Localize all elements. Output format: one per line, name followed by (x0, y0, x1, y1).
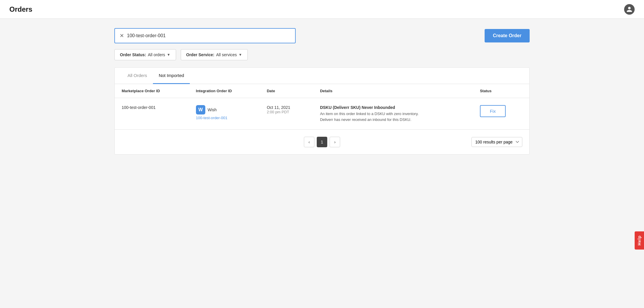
col-details: Details (313, 84, 473, 98)
results-per-page-select[interactable]: 100 results per page 50 results per page… (471, 137, 522, 147)
wish-icon: W (196, 105, 205, 114)
order-time: 2:00 pm PDT (267, 110, 306, 114)
page-1-button[interactable]: 1 (317, 137, 327, 147)
search-wrapper: ✕ (114, 28, 296, 43)
order-date: Oct 11, 2021 (267, 105, 306, 110)
tab-not-imported[interactable]: Not Imported (153, 68, 190, 84)
order-service-value: All services (216, 52, 237, 57)
tab-all-orders[interactable]: All Orders (122, 68, 153, 84)
integration-name: Wish (208, 107, 217, 112)
integration-order-link[interactable]: 100-test-order-001 (196, 116, 228, 120)
order-status-filter[interactable]: Order Status: All orders ▼ (114, 49, 176, 60)
user-avatar[interactable] (624, 4, 635, 15)
cell-marketplace-order-id: 100-test-order-001 (115, 98, 189, 130)
results-per-page-wrapper: 100 results per page 50 results per page… (471, 137, 522, 147)
filters-row: Order Status: All orders ▼ Order Service… (114, 49, 530, 60)
header: Orders (0, 0, 644, 19)
details-text: An item on this order linked to a DSKU w… (320, 111, 466, 122)
cell-integration-order-id: W Wish 100-test-order-001 (189, 98, 260, 130)
orders-card: All Orders Not Imported Marketplace Orde… (114, 67, 530, 155)
main-content: ✕ Create Order Order Status: All orders … (103, 19, 541, 164)
search-input[interactable] (127, 33, 290, 38)
next-page-button[interactable]: › (330, 137, 340, 147)
orders-table: Marketplace Order ID Integration Order I… (115, 84, 529, 130)
col-marketplace-order-id: Marketplace Order ID (115, 84, 189, 98)
col-date: Date (260, 84, 313, 98)
page-title: Orders (9, 5, 32, 13)
order-status-chevron-icon: ▼ (167, 53, 171, 57)
order-service-chevron-icon: ▼ (239, 53, 242, 57)
order-status-value: All orders (148, 52, 165, 57)
col-integration-order-id: Integration Order ID (189, 84, 260, 98)
pagination-row: ‹ 1 › 100 results per page 50 results pe… (115, 130, 529, 154)
order-service-filter[interactable]: Order Service: All services ▼ (181, 49, 248, 60)
help-button[interactable]: Help (635, 231, 644, 249)
fix-button[interactable]: Fix (480, 105, 506, 117)
table-header-row: Marketplace Order ID Integration Order I… (115, 84, 529, 98)
order-status-label: Order Status: (120, 52, 146, 57)
search-clear-button[interactable]: ✕ (120, 32, 124, 39)
cell-details: DSKU (Deliverr SKU) Never Inbounded An i… (313, 98, 473, 130)
tabs-container: All Orders Not Imported (115, 68, 529, 84)
prev-page-button[interactable]: ‹ (304, 137, 314, 147)
order-service-label: Order Service: (186, 52, 215, 57)
table-row: 100-test-order-001 W Wish 100-test-order… (115, 98, 529, 130)
col-status: Status (473, 84, 529, 98)
cell-date: Oct 11, 2021 2:00 pm PDT (260, 98, 313, 130)
search-row: ✕ Create Order (114, 28, 530, 43)
create-order-button[interactable]: Create Order (485, 29, 530, 42)
cell-status: Fix (473, 98, 529, 130)
details-title: DSKU (Deliverr SKU) Never Inbounded (320, 105, 466, 110)
